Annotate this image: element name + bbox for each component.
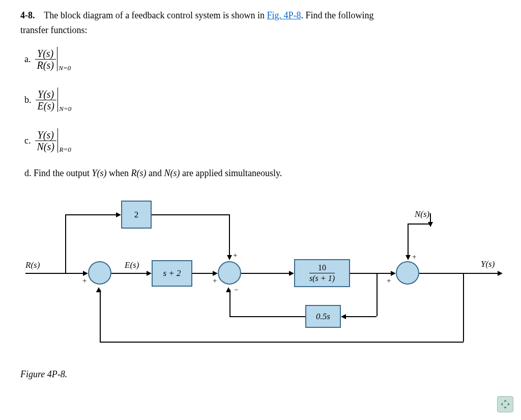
n-hbend: [408, 223, 430, 225]
ff-hline-top: [65, 214, 117, 215]
item-c-num: Y(s): [36, 129, 56, 141]
block-controller: s + 2: [152, 260, 192, 287]
fb-inner-h-left: [229, 316, 305, 317]
fb-inner-vdown: [377, 273, 378, 316]
n-vline: [408, 223, 409, 256]
summing-junction-2: [218, 261, 241, 285]
block-diagram: R(s) + − E(s) s + 2 2 + + − 10 s(s + 1): [20, 194, 509, 357]
fb-outer-vup: [100, 290, 101, 342]
ff-arrow-to-block: [116, 212, 121, 217]
item-d-label: d. Find the output: [24, 168, 92, 178]
item-c-cond: R=0: [59, 146, 71, 154]
arrow-error: [147, 271, 152, 276]
item-c-label: c.: [24, 135, 31, 146]
item-d-ys: Y(s): [92, 168, 107, 178]
sj2-plus-left: +: [213, 276, 217, 285]
block-plant-den: s(s + 1): [309, 274, 335, 283]
arrow-sj2-plant: [289, 271, 294, 276]
item-b-label: b.: [24, 95, 32, 105]
ff-vline-down: [229, 214, 230, 256]
item-b-cond: N=0: [59, 105, 71, 113]
block-inner-feedback: 0.5s: [305, 305, 341, 328]
fb-inner-arrow-to-block: [341, 314, 346, 319]
arrow-output: [498, 271, 503, 276]
n-input-stub: [430, 213, 431, 223]
item-c-fraction: Y(s) N(s): [35, 129, 56, 152]
item-d-t4: and: [147, 168, 164, 178]
problem-text-before: The block diagram of a feedback control …: [44, 10, 267, 20]
fb-inner-vup: [229, 290, 230, 317]
figure-link[interactable]: Fig. 4P-8: [267, 10, 301, 20]
ff-hline-after: [152, 214, 229, 215]
item-a: a. Y(s) R(s) N=0: [24, 46, 501, 72]
sj2-minus: −: [234, 286, 238, 294]
line-output: [419, 273, 499, 274]
arrow-ctrl-sj2: [213, 271, 218, 276]
item-b-fraction: Y(s) E(s): [36, 89, 56, 111]
fb-inner-h-right: [346, 316, 377, 317]
item-d: d. Find the output Y(s) when R(s) and N(…: [24, 168, 501, 179]
block-plant-fraction: 10 s(s + 1): [309, 264, 335, 283]
fb-inner-arrow-up: [226, 287, 231, 292]
item-b-eval-bar: [57, 88, 59, 112]
ff-arrow-down: [227, 255, 232, 260]
item-b-den: E(s): [36, 100, 56, 111]
block-controller-label: s + 2: [163, 268, 181, 278]
item-a-eval-bar: [57, 47, 58, 71]
summing-junction-1: [88, 261, 111, 285]
block-plant: 10 s(s + 1): [294, 259, 350, 287]
problem-number: 4-8.: [20, 10, 35, 20]
block-plant-num: 10: [318, 264, 326, 272]
item-d-rs: R(s): [131, 168, 147, 178]
arrow-plant-sj3: [391, 271, 396, 276]
fb-outer-hline: [100, 342, 464, 343]
item-b: b. Y(s) E(s) N=0: [24, 87, 501, 113]
problem-statement-line2: transfer functions:: [20, 25, 501, 36]
fb-outer-arrow-up: [96, 287, 101, 292]
ff-vline-up: [65, 214, 66, 273]
disturbance-label: N(s): [415, 209, 429, 219]
line-ctrl-sj2: [192, 273, 214, 274]
block-inner-feedback-label: 0.5s: [316, 312, 330, 322]
sj3-plus-left: +: [387, 276, 391, 285]
error-label: E(s): [125, 260, 139, 270]
block-feedforward: 2: [121, 201, 152, 229]
output-label: Y(s): [481, 259, 495, 269]
item-d-t6: are applied simultaneously.: [180, 168, 282, 178]
item-a-cond: N=0: [59, 64, 71, 72]
item-c-eval-bar: [57, 128, 59, 153]
item-a-num: Y(s): [35, 48, 55, 59]
problem-text-after: . Find the following: [301, 10, 374, 20]
fb-outer-vdown: [463, 273, 464, 342]
input-label: R(s): [25, 260, 40, 270]
item-b-num: Y(s): [36, 89, 56, 100]
block-feedforward-label: 2: [134, 210, 139, 220]
item-a-label: a.: [24, 54, 31, 65]
line-input: [25, 273, 84, 274]
item-d-t2: when: [107, 168, 131, 178]
arrow-input: [83, 271, 88, 276]
line-sj2-plant: [241, 273, 290, 274]
item-c: c. Y(s) N(s) R=0: [24, 127, 501, 154]
n-arrow-down: [406, 255, 411, 260]
summing-junction-3: [396, 261, 419, 285]
sj1-plus: +: [82, 276, 86, 285]
line-error: [111, 273, 148, 274]
problem-statement-line1: 4-8. The block diagram of a feedback con…: [20, 10, 501, 21]
sj2-plus-top: +: [233, 251, 237, 260]
item-a-fraction: Y(s) R(s): [35, 48, 56, 71]
item-d-ns: N(s): [164, 168, 180, 178]
item-a-den: R(s): [35, 60, 56, 71]
line-plant-sj3: [350, 273, 392, 274]
item-c-den: N(s): [35, 141, 56, 152]
figure-caption: Figure 4P-8.: [20, 369, 501, 380]
sj3-plus-top: +: [412, 253, 416, 261]
